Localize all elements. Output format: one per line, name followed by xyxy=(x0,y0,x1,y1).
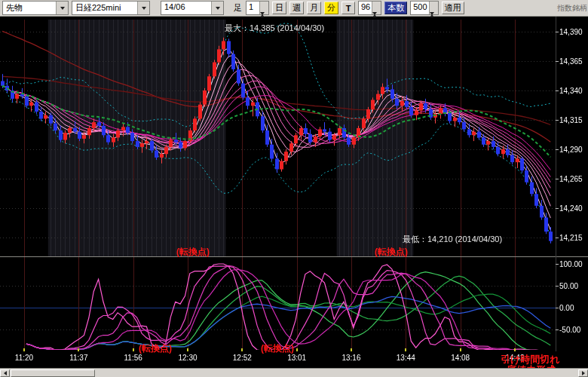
scrollbar-thumb[interactable] xyxy=(11,369,95,377)
stepper-down-icon[interactable] xyxy=(260,15,268,29)
turning-point-label: (転換点) xyxy=(261,342,294,355)
period-month-button[interactable]: 月 xyxy=(307,2,321,14)
scroll-right-icon[interactable] xyxy=(578,369,588,377)
dropdown-arrow-icon[interactable] xyxy=(211,2,223,14)
bar-interval-stepper[interactable]: 1 xyxy=(246,1,269,15)
dropdown-arrow-icon[interactable] xyxy=(137,2,149,14)
tick-mode-button[interactable]: T xyxy=(341,2,355,14)
contract-month-value: 14/06 xyxy=(161,2,211,14)
tick-count-stepper[interactable]: 96 xyxy=(358,1,381,15)
period-week-button[interactable]: 週 xyxy=(289,2,304,14)
bar-count-button[interactable]: 本数 xyxy=(384,2,407,14)
bar-count-stepper[interactable]: 500 xyxy=(410,1,438,15)
chart-area: 最大：14,385 (2014/04/30) 最低：14,210 (2014/0… xyxy=(0,17,588,368)
instrument-value: 日経225mini xyxy=(72,2,137,14)
min-price-label: 最低：14,210 (2014/04/30) xyxy=(403,234,502,245)
bar-interval-value: 1 xyxy=(247,2,259,14)
max-price-label: 最大：14,385 (2014/04/30) xyxy=(225,23,324,34)
scroll-left-icon[interactable] xyxy=(0,369,10,377)
period-day-button[interactable]: 日 xyxy=(272,2,286,14)
dropdown-arrow-icon[interactable] xyxy=(56,2,68,14)
apply-button[interactable]: 適用 xyxy=(442,2,464,14)
period-minute-button[interactable]: 分 xyxy=(324,2,338,14)
price-chart-canvas[interactable] xyxy=(0,17,588,368)
turning-point-label: (転換点) xyxy=(375,246,408,259)
instrument-type-select[interactable]: 先物 xyxy=(2,1,69,15)
tick-count-value: 96 xyxy=(359,2,372,14)
horizontal-scrollbar[interactable] xyxy=(0,368,588,377)
contract-month-select[interactable]: 14/06 xyxy=(161,1,224,15)
index-symbol-label: 指数銘柄 xyxy=(557,3,587,14)
turning-point-label: (転換点) xyxy=(139,342,172,355)
toolbar: 先物 日経225mini 14/06 足 1 日 週 月 分 T 96 本数 5… xyxy=(0,0,588,17)
bar-type-label: 足 xyxy=(233,2,243,14)
instrument-type-value: 先物 xyxy=(3,2,56,14)
instrument-select[interactable]: 日経225mini xyxy=(72,1,150,15)
bar-count-value: 500 xyxy=(411,2,428,14)
stepper-down-icon[interactable] xyxy=(372,15,381,29)
stepper-down-icon[interactable] xyxy=(430,15,438,29)
turning-point-label: (転換点) xyxy=(176,246,210,259)
